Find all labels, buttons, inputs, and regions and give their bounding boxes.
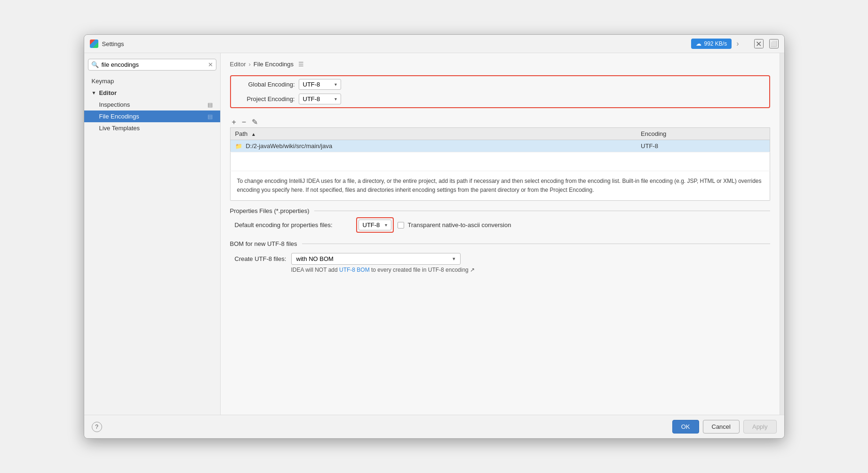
bom-divider-line	[302, 244, 770, 244]
properties-encoding-highlight: UTF-8 ▾	[356, 217, 394, 233]
encoding-cell: UTF-8	[636, 140, 770, 152]
app-icon	[90, 39, 98, 48]
cloud-speed: 992 KB/s	[704, 40, 727, 47]
apply-button[interactable]: Apply	[743, 420, 777, 434]
add-button[interactable]: +	[230, 117, 238, 127]
properties-encoding-select[interactable]: UTF-8 ▾	[358, 220, 391, 230]
bom-title: BOM for new UTF-8 files	[230, 240, 297, 247]
inspections-label: Inspections	[99, 101, 130, 108]
edit-button[interactable]: ✎	[250, 117, 260, 127]
main-content: Editor › File Encodings ☰ Global Encodin…	[221, 53, 780, 415]
file-table: Path ▲ Encoding 📁 D:/2-javaWeb/wiki/src/…	[230, 127, 770, 171]
dialog-body: 🔍 ✕ Keymap ▼ Editor Inspections ▤ Fil	[84, 53, 784, 415]
project-encoding-select[interactable]: UTF-8 ▾	[299, 94, 341, 104]
properties-title: Properties Files (*.properties)	[230, 207, 310, 214]
table-row[interactable]: 📁 D:/2-javaWeb/wiki/src/main/java UTF-8	[230, 140, 770, 152]
project-encoding-label: Project Encoding:	[234, 95, 295, 102]
file-icon: ▤	[207, 113, 213, 120]
breadcrumb-current: File Encodings	[254, 61, 294, 68]
remove-button[interactable]: −	[240, 117, 248, 127]
search-input[interactable]	[102, 61, 205, 68]
resize-button[interactable]: ⬜	[769, 39, 779, 48]
divider-line	[314, 211, 770, 211]
table-toolbar: + − ✎	[230, 117, 770, 127]
nav-section: Keymap ▼ Editor Inspections ▤ File Encod…	[84, 74, 220, 135]
chevron-down-icon: ▼	[92, 90, 96, 95]
global-encoding-select[interactable]: UTF-8 ▾	[299, 79, 341, 90]
encoding-column-header[interactable]: Encoding	[636, 128, 770, 140]
encoding-highlight-box: Global Encoding: UTF-8 ▾ Project Encodin…	[230, 75, 770, 108]
cancel-button[interactable]: Cancel	[703, 420, 740, 434]
breadcrumb-icon: ☰	[298, 61, 304, 68]
transparent-checkbox[interactable]	[398, 222, 404, 229]
search-icon: 🔍	[91, 61, 99, 68]
global-encoding-arrow: ▾	[334, 82, 337, 87]
sidebar-item-live-templates[interactable]: Live Templates	[84, 122, 220, 134]
breadcrumb-parent: Editor	[230, 61, 246, 68]
project-encoding-arrow: ▾	[334, 96, 337, 102]
project-encoding-value: UTF-8	[303, 95, 320, 102]
title-bar: Settings ☁ 992 KB/s › ✕ ⬜	[84, 35, 784, 53]
bom-value: with NO BOM	[296, 255, 334, 262]
sort-asc-icon: ▲	[251, 132, 256, 137]
cloud-icon: ☁	[696, 40, 701, 47]
description-text: To change encoding IntelliJ IDEA uses fo…	[230, 171, 770, 201]
help-button[interactable]: ?	[92, 422, 102, 432]
dialog-title: Settings	[102, 40, 393, 47]
create-utf8-label: Create UTF-8 files:	[235, 255, 287, 262]
global-encoding-label: Global Encoding:	[234, 81, 295, 88]
bom-row: Create UTF-8 files: with NO BOM ▾	[230, 253, 770, 265]
search-box[interactable]: 🔍 ✕	[88, 59, 216, 71]
settings-dialog: Settings ☁ 992 KB/s › ✕ ⬜ 🔍 ✕ Keyma	[84, 34, 785, 439]
global-encoding-row: Global Encoding: UTF-8 ▾	[234, 79, 766, 90]
properties-encoding-value: UTF-8	[363, 221, 380, 229]
path-column-header[interactable]: Path ▲	[230, 128, 636, 140]
live-templates-label: Live Templates	[99, 125, 140, 132]
project-encoding-row: Project Encoding: UTF-8 ▾	[234, 94, 766, 104]
utf8-bom-link[interactable]: UTF-8 BOM	[339, 267, 370, 273]
footer: ? OK Cancel Apply	[84, 415, 784, 438]
editor-label: Editor	[99, 89, 117, 96]
properties-section-header: Properties Files (*.properties)	[230, 207, 770, 214]
properties-encoding-arrow: ▾	[385, 222, 387, 228]
bom-hint: IDEA will NOT add UTF-8 BOM to every cre…	[230, 267, 770, 273]
sidebar-item-keymap[interactable]: Keymap	[84, 75, 220, 87]
forward-button[interactable]: ›	[734, 39, 741, 49]
keymap-label: Keymap	[92, 78, 114, 85]
transparent-label: Transparent native-to-ascii conversion	[408, 221, 511, 229]
global-encoding-value: UTF-8	[303, 81, 320, 88]
sidebar: 🔍 ✕ Keymap ▼ Editor Inspections ▤ Fil	[84, 53, 221, 415]
settings-icon: ▤	[207, 102, 213, 108]
path-cell: 📁 D:/2-javaWeb/wiki/src/main/java	[230, 140, 636, 152]
ok-button[interactable]: OK	[672, 420, 699, 434]
sidebar-item-editor[interactable]: ▼ Editor	[84, 87, 220, 99]
sidebar-item-inspections[interactable]: Inspections ▤	[84, 99, 220, 110]
default-encoding-label: Default encoding for properties files:	[235, 221, 352, 229]
scrollbar[interactable]	[780, 53, 784, 415]
close-button[interactable]: ✕	[754, 39, 764, 48]
file-encodings-label: File Encodings	[99, 113, 139, 120]
bom-section-header: BOM for new UTF-8 files	[230, 240, 770, 247]
clear-search-icon[interactable]: ✕	[208, 61, 213, 68]
sidebar-item-file-encodings[interactable]: File Encodings ▤	[84, 110, 220, 122]
bom-select[interactable]: with NO BOM ▾	[291, 253, 461, 265]
properties-row: Default encoding for properties files: U…	[230, 217, 770, 233]
breadcrumb-separator: ›	[248, 61, 250, 68]
breadcrumb: Editor › File Encodings ☰	[230, 61, 770, 68]
cloud-button[interactable]: ☁ 992 KB/s	[691, 39, 732, 49]
folder-icon: 📁	[235, 143, 242, 150]
bom-select-arrow: ▾	[453, 256, 455, 262]
